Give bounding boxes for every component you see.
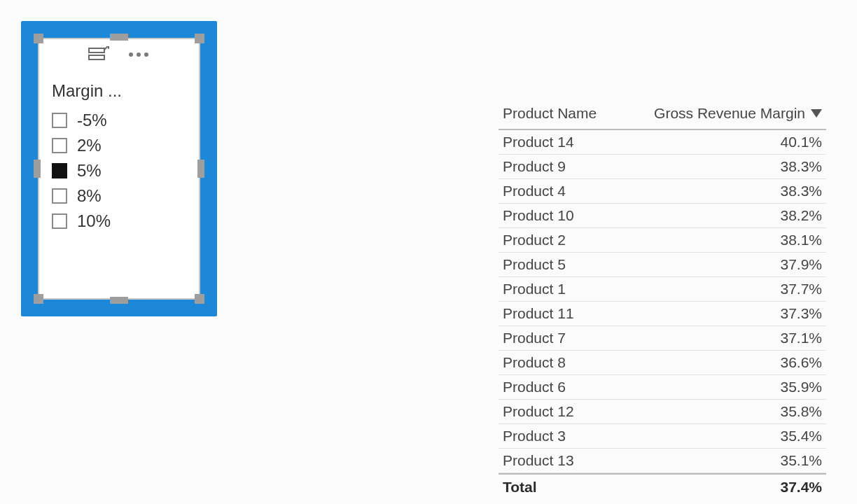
- table-row[interactable]: Product 438.3%: [499, 179, 826, 204]
- resize-handle-tr[interactable]: [195, 34, 204, 43]
- resize-handle-mt[interactable]: [110, 34, 128, 41]
- slicer-selection-highlight: Margin ... -5%2%5%8%10%: [21, 21, 217, 316]
- cell-product-name: Product 2: [503, 232, 773, 248]
- cell-value: 37.1%: [773, 330, 822, 346]
- table-header-row: Product Name Gross Revenue Margin: [499, 102, 826, 130]
- column-header-value[interactable]: Gross Revenue Margin: [654, 105, 822, 122]
- slicer-item-label: -5%: [77, 111, 107, 130]
- checkbox-icon[interactable]: [52, 214, 67, 229]
- svg-rect-1: [89, 55, 104, 59]
- slicer-item[interactable]: -5%: [50, 108, 188, 133]
- total-value: 37.4%: [773, 479, 822, 496]
- cell-value: 35.1%: [773, 452, 822, 469]
- table-row[interactable]: Product 737.1%: [499, 326, 826, 351]
- column-header-value-label: Gross Revenue Margin: [654, 105, 805, 122]
- cell-product-name: Product 6: [503, 379, 773, 396]
- table-row[interactable]: Product 836.6%: [499, 351, 826, 375]
- sort-desc-icon: [811, 109, 822, 118]
- cell-value: 35.4%: [773, 428, 822, 444]
- checkbox-icon[interactable]: [52, 188, 67, 204]
- checkbox-icon[interactable]: [52, 163, 67, 178]
- slicer-type-icon[interactable]: [88, 45, 111, 64]
- cell-product-name: Product 10: [503, 207, 773, 224]
- cell-product-name: Product 14: [503, 134, 773, 150]
- slicer-body: Margin ... -5%2%5%8%10%: [50, 77, 188, 287]
- cell-value: 37.7%: [773, 281, 822, 298]
- table-row[interactable]: Product 1235.8%: [499, 400, 826, 424]
- cell-product-name: Product 12: [503, 403, 773, 420]
- table-row[interactable]: Product 938.3%: [499, 155, 826, 179]
- cell-product-name: Product 7: [503, 330, 773, 346]
- cell-value: 38.3%: [773, 183, 822, 200]
- table-row[interactable]: Product 1440.1%: [499, 130, 826, 155]
- slicer-item[interactable]: 5%: [50, 158, 188, 183]
- cell-product-name: Product 9: [503, 158, 773, 175]
- svg-rect-0: [89, 48, 104, 52]
- table-row[interactable]: Product 238.1%: [499, 228, 826, 253]
- cell-value: 38.1%: [773, 232, 822, 248]
- table-row[interactable]: Product 1038.2%: [499, 204, 826, 228]
- cell-value: 38.2%: [773, 207, 822, 224]
- slicer-title: Margin ...: [52, 81, 188, 101]
- table-row[interactable]: Product 335.4%: [499, 424, 826, 449]
- resize-handle-ml[interactable]: [34, 160, 41, 178]
- table-total-row: Total 37.4%: [499, 473, 826, 498]
- checkbox-icon[interactable]: [52, 113, 67, 128]
- cell-value: 37.3%: [773, 305, 822, 322]
- slicer-toolbar: [38, 43, 200, 66]
- slicer-item[interactable]: 2%: [50, 133, 188, 158]
- slicer-item[interactable]: 8%: [50, 183, 188, 209]
- cell-product-name: Product 11: [503, 305, 773, 322]
- table-row[interactable]: Product 1335.1%: [499, 449, 826, 473]
- table-row[interactable]: Product 1137.3%: [499, 302, 826, 326]
- cell-value: 35.8%: [773, 403, 822, 420]
- table-row[interactable]: Product 635.9%: [499, 375, 826, 400]
- resize-handle-bl[interactable]: [34, 294, 43, 304]
- total-label: Total: [503, 479, 773, 496]
- cell-product-name: Product 13: [503, 452, 773, 469]
- cell-value: 36.6%: [773, 354, 822, 371]
- slicer-visual[interactable]: Margin ... -5%2%5%8%10%: [38, 38, 200, 300]
- cell-value: 35.9%: [773, 379, 822, 396]
- cell-value: 37.9%: [773, 256, 822, 273]
- cell-value: 38.3%: [773, 158, 822, 175]
- resize-handle-tl[interactable]: [34, 34, 43, 43]
- slicer-item-label: 2%: [77, 136, 102, 155]
- cell-product-name: Product 4: [503, 183, 773, 200]
- cell-product-name: Product 8: [503, 354, 773, 371]
- cell-product-name: Product 3: [503, 428, 773, 444]
- column-header-product-name[interactable]: Product Name: [503, 105, 654, 122]
- table-row[interactable]: Product 537.9%: [499, 253, 826, 277]
- resize-handle-mr[interactable]: [197, 160, 204, 178]
- svg-marker-2: [811, 109, 822, 118]
- slicer-item-label: 10%: [77, 211, 111, 231]
- resize-handle-br[interactable]: [195, 294, 204, 304]
- checkbox-icon[interactable]: [52, 138, 67, 153]
- data-table: Product Name Gross Revenue Margin Produc…: [499, 102, 826, 498]
- cell-product-name: Product 5: [503, 256, 773, 273]
- slicer-item[interactable]: 10%: [50, 209, 188, 234]
- cell-value: 40.1%: [773, 134, 822, 150]
- slicer-item-label: 5%: [77, 161, 102, 181]
- table-row[interactable]: Product 137.7%: [499, 277, 826, 302]
- slicer-item-label: 8%: [77, 186, 102, 206]
- resize-handle-mb[interactable]: [110, 297, 128, 304]
- more-options-icon[interactable]: [127, 45, 151, 64]
- cell-product-name: Product 1: [503, 281, 773, 298]
